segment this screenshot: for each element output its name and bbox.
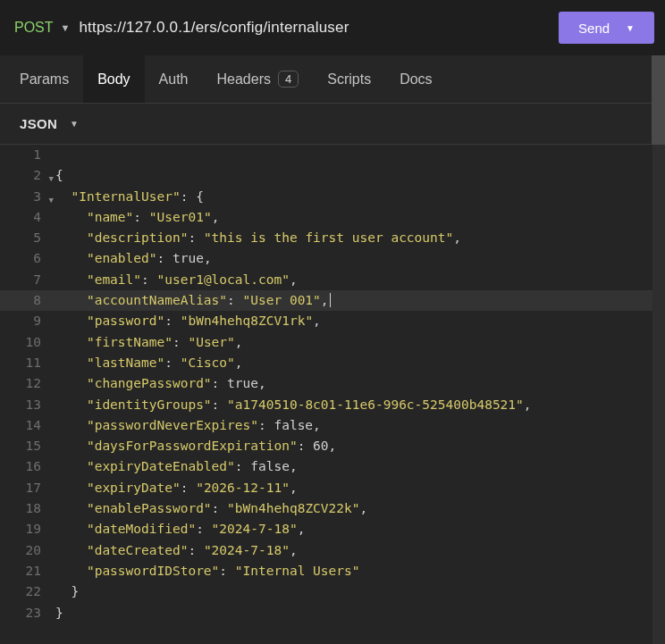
line-number: 5 <box>0 228 55 248</box>
code-line[interactable]: 10 "firstName": "User", <box>0 332 665 353</box>
code-content[interactable]: "accountNameAlias": "User 001", <box>55 290 665 311</box>
code-line[interactable]: 6 "enabled": true, <box>0 248 665 269</box>
line-number: 8 <box>0 290 55 311</box>
line-number: 7 <box>0 270 55 290</box>
code-content[interactable]: "dateCreated": "2024-7-18", <box>55 540 665 561</box>
code-content[interactable] <box>55 145 665 165</box>
line-number: 16 <box>0 456 55 477</box>
line-number: 6 <box>0 248 55 269</box>
code-line[interactable]: 23} <box>0 603 665 623</box>
line-number: 22 <box>0 581 55 602</box>
body-format-selector[interactable]: JSON <box>20 116 57 131</box>
line-number: 11 <box>0 353 55 373</box>
line-number: 23 <box>0 603 55 623</box>
line-number: 2▼ <box>0 165 55 186</box>
line-number: 21 <box>0 561 55 581</box>
http-method-selector[interactable]: POST ▼ <box>14 20 70 36</box>
code-line[interactable]: 22 } <box>0 581 665 602</box>
code-line[interactable]: 12 "changePassword": true, <box>0 373 665 394</box>
code-content[interactable]: "email": "user1@local.com", <box>55 270 665 290</box>
code-content[interactable]: } <box>55 581 665 602</box>
line-number: 4 <box>0 207 55 228</box>
code-line[interactable]: 20 "dateCreated": "2024-7-18", <box>0 540 665 561</box>
body-format-bar: JSON ▼ <box>0 104 665 145</box>
line-number: 1 <box>0 145 55 165</box>
code-content[interactable]: "dateModified": "2024-7-18", <box>55 519 665 539</box>
code-content[interactable]: } <box>55 603 665 623</box>
line-number: 17 <box>0 478 55 498</box>
send-button[interactable]: Send ▼ <box>559 12 654 44</box>
line-number: 18 <box>0 498 55 519</box>
code-line[interactable]: 11 "lastName": "Cisco", <box>0 353 665 373</box>
headers-count-badge: 4 <box>278 71 299 88</box>
send-button-label: Send <box>578 21 610 36</box>
code-content[interactable]: "description": "this is the first user a… <box>55 228 665 248</box>
code-line[interactable]: 5 "description": "this is the first user… <box>0 228 665 248</box>
code-content[interactable]: "expiryDate": "2026-12-11", <box>55 478 665 498</box>
tab-label: Auth <box>159 71 189 88</box>
code-line[interactable]: 8 "accountNameAlias": "User 001", <box>0 290 665 311</box>
line-number: 3▼ <box>0 187 55 207</box>
tab-label: Body <box>97 71 130 88</box>
line-number: 12 <box>0 373 55 394</box>
line-number: 19 <box>0 519 55 539</box>
code-line[interactable]: 7 "email": "user1@local.com", <box>0 270 665 290</box>
code-line[interactable]: 2▼{ <box>0 165 665 186</box>
code-line[interactable]: 9 "password": "bWn4hehq8ZCV1rk", <box>0 311 665 331</box>
code-line[interactable]: 17 "expiryDate": "2026-12-11", <box>0 478 665 498</box>
chevron-down-icon: ▼ <box>61 22 71 33</box>
line-number: 10 <box>0 332 55 353</box>
code-line[interactable]: 15 "daysForPasswordExpiration": 60, <box>0 436 665 456</box>
code-line[interactable]: 4 "name": "User01", <box>0 207 665 228</box>
code-content[interactable]: "passwordNeverExpires": false, <box>55 415 665 436</box>
code-line[interactable]: 19 "dateModified": "2024-7-18", <box>0 519 665 539</box>
line-number: 9 <box>0 311 55 331</box>
tab-body[interactable]: Body <box>83 55 144 103</box>
request-tabs: Params Body Auth Headers 4 Scripts Docs <box>0 55 665 104</box>
code-line[interactable]: 3▼ "InternalUser": { <box>0 187 665 207</box>
line-number: 13 <box>0 395 55 415</box>
code-content[interactable]: "changePassword": true, <box>55 373 665 394</box>
code-content[interactable]: "enablePassword": "bWn4hehq8ZCV22k", <box>55 498 665 519</box>
code-line[interactable]: 13 "identityGroups": "a1740510-8c01-11e6… <box>0 395 665 415</box>
code-editor[interactable]: 12▼{3▼ "InternalUser": {4 "name": "User0… <box>0 145 665 644</box>
tab-auth[interactable]: Auth <box>145 55 203 103</box>
http-method-label: POST <box>14 20 54 36</box>
code-line[interactable]: 14 "passwordNeverExpires": false, <box>0 415 665 436</box>
code-line[interactable]: 21 "passwordIDStore": "Internal Users" <box>0 561 665 581</box>
url-input[interactable]: https://127.0.0.1/ers/config/internaluse… <box>79 19 550 37</box>
tab-docs[interactable]: Docs <box>385 55 446 103</box>
tab-headers[interactable]: Headers 4 <box>203 55 314 103</box>
code-line[interactable]: 16 "expiryDateEnabled": false, <box>0 456 665 477</box>
code-content[interactable]: "firstName": "User", <box>55 332 665 353</box>
tab-params[interactable]: Params <box>5 55 83 103</box>
code-content[interactable]: "InternalUser": { <box>55 187 665 207</box>
code-content[interactable]: "expiryDateEnabled": false, <box>55 456 665 477</box>
code-line[interactable]: 18 "enablePassword": "bWn4hehq8ZCV22k", <box>0 498 665 519</box>
request-topbar: POST ▼ https://127.0.0.1/ers/config/inte… <box>0 0 665 55</box>
tab-label: Docs <box>400 71 432 88</box>
code-content[interactable]: "lastName": "Cisco", <box>55 353 665 373</box>
code-content[interactable]: "enabled": true, <box>55 248 665 269</box>
line-number: 15 <box>0 436 55 456</box>
code-line[interactable]: 1 <box>0 145 665 165</box>
code-content[interactable]: "name": "User01", <box>55 207 665 228</box>
code-content[interactable]: { <box>55 165 665 186</box>
editor-scrollbar[interactable] <box>652 145 665 644</box>
chevron-down-icon: ▼ <box>626 23 635 33</box>
code-content[interactable]: "password": "bWn4hehq8ZCV1rk", <box>55 311 665 331</box>
text-cursor <box>330 293 331 307</box>
tab-label: Scripts <box>327 71 371 88</box>
line-number: 20 <box>0 540 55 561</box>
code-content[interactable]: "passwordIDStore": "Internal Users" <box>55 561 665 581</box>
line-number: 14 <box>0 415 55 436</box>
tab-label: Params <box>20 71 69 88</box>
code-content[interactable]: "daysForPasswordExpiration": 60, <box>55 436 665 456</box>
tab-label: Headers <box>217 71 271 88</box>
code-content[interactable]: "identityGroups": "a1740510-8c01-11e6-99… <box>55 395 665 415</box>
tab-scripts[interactable]: Scripts <box>313 55 385 103</box>
chevron-down-icon[interactable]: ▼ <box>70 119 79 129</box>
